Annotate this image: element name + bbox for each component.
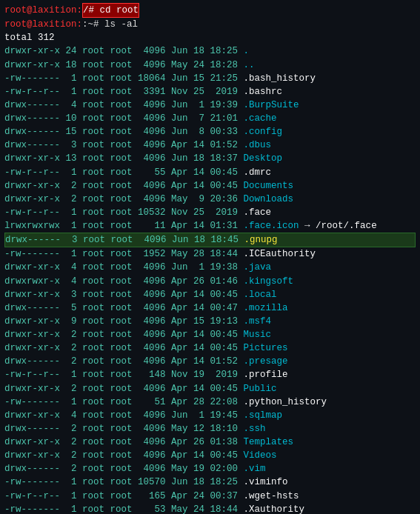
file-line: drwxr-xr-x 18 root root 4096 May 24 18:2… bbox=[4, 59, 416, 72]
file-line: drwxr-xr-x 4 root root 4096 Jun 1 19:38 … bbox=[4, 261, 416, 274]
file-line: drwxr-xr-x 2 root root 4096 Apr 14 00:45… bbox=[4, 328, 416, 341]
file-line: drwxrwxr-x 4 root root 4096 Apr 26 01:46… bbox=[4, 275, 416, 288]
file-line: drwxr-xr-x 2 root root 4096 Apr 26 01:38… bbox=[4, 435, 416, 449]
file-line: drwxr-xr-x 2 root root 4096 Apr 14 00:45… bbox=[4, 179, 416, 193]
file-line: -rw------- 1 root root 1952 May 28 18:44… bbox=[4, 247, 416, 261]
prompt-host-1: root@laxition: bbox=[4, 4, 82, 17]
file-line: drwx------ 2 root root 4096 May 19 02:00… bbox=[4, 462, 416, 475]
file-line: drwxr-xr-x 2 root root 4096 Apr 14 00:45… bbox=[4, 341, 416, 355]
file-line: -rw-r--r-- 1 root root 55 Apr 14 00:45 .… bbox=[4, 166, 416, 179]
file-line: drwxr-xr-x 2 root root 4096 Apr 14 00:45… bbox=[4, 382, 416, 395]
file-line: -rw------- 1 root root 18064 Jun 15 21:2… bbox=[4, 72, 416, 85]
file-line: drwx------ 3 root root 4096 Apr 14 01:52… bbox=[4, 138, 416, 152]
file-line: drwx------ 4 root root 4096 Jun 1 19:39 … bbox=[4, 99, 416, 112]
file-line: drwxr-xr-x 9 root root 4096 Apr 15 19:13… bbox=[4, 315, 416, 328]
file-line: drwx------ 2 root root 4096 May 12 18:10… bbox=[4, 422, 416, 435]
terminal: root@laxition:/# cd root root@laxition::… bbox=[0, 0, 420, 514]
command-line-2: root@laxition::~# ls -al bbox=[4, 18, 416, 31]
file-line: -rw------- 1 root root 53 May 24 18:44 .… bbox=[4, 503, 416, 514]
file-line: lrwxrwxrwx 1 root root 11 Apr 14 01:31 .… bbox=[4, 219, 416, 233]
file-line: drwx------ 5 root root 4096 Apr 14 00:47… bbox=[4, 301, 416, 315]
file-line: drwxr-xr-x 2 root root 4096 May 9 20:36 … bbox=[4, 193, 416, 206]
file-line: drwxr-xr-x 2 root root 4096 Apr 14 00:45… bbox=[4, 449, 416, 462]
gnupg-file-line: drwx------ 3 root root 4096 Jun 18 18:45… bbox=[4, 233, 416, 247]
file-line: drwx------ 10 root root 4096 Jun 7 21:01… bbox=[4, 112, 416, 125]
file-line: drwxr-xr-x 24 root root 4096 Jun 18 18:2… bbox=[4, 44, 416, 58]
file-line: -rw-r--r-- 1 root root 10532 Nov 25 2019… bbox=[4, 206, 416, 219]
file-line: drwxr-xr-x 4 root root 4096 Jun 1 19:45 … bbox=[4, 409, 416, 422]
cmd-highlight-1: /# cd root bbox=[82, 3, 139, 18]
file-line: drwxr-xr-x 3 root root 4096 Apr 14 00:45… bbox=[4, 288, 416, 301]
file-line: -rw-r--r-- 1 root root 148 Nov 19 2019 .… bbox=[4, 368, 416, 381]
file-line: -rw------- 1 root root 51 Apr 28 22:08 .… bbox=[4, 395, 416, 409]
file-line: drwx------ 2 root root 4096 Apr 14 01:52… bbox=[4, 355, 416, 368]
file-line: -rw-r--r-- 1 root root 3391 Nov 25 2019 … bbox=[4, 85, 416, 99]
file-line: drwxr-xr-x 13 root root 4096 Jun 18 18:3… bbox=[4, 152, 416, 165]
prompt-host-2: root@laxition: bbox=[4, 18, 82, 31]
file-line: -rw------- 1 root root 10570 Jun 18 18:2… bbox=[4, 475, 416, 489]
cmd-2: :~# ls -al bbox=[82, 18, 138, 31]
file-line: -rw-r--r-- 1 root root 165 Apr 24 00:37 … bbox=[4, 490, 416, 503]
total-line: total 312 bbox=[4, 31, 416, 44]
command-line-1: root@laxition:/# cd root bbox=[4, 3, 416, 18]
file-line: drwx------ 15 root root 4096 Jun 8 00:33… bbox=[4, 125, 416, 138]
